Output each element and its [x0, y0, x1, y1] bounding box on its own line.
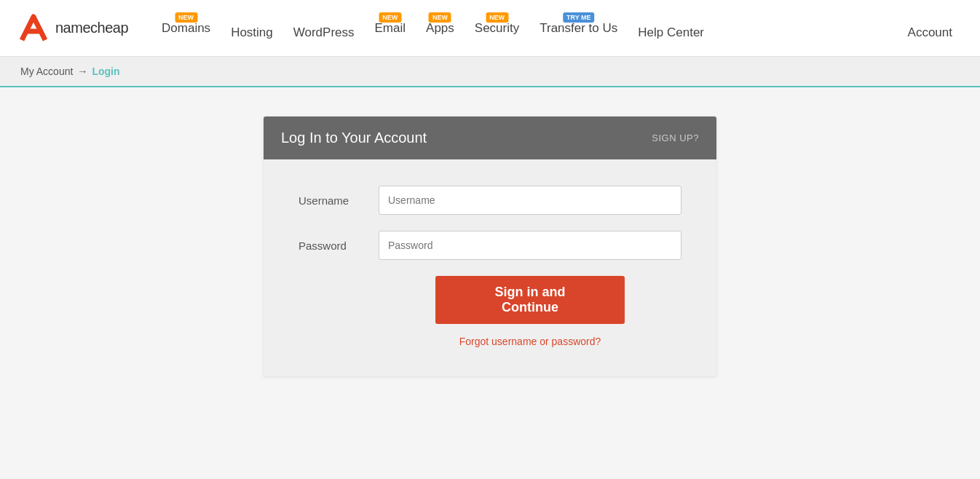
signup-link[interactable]: SIGN UP?	[652, 132, 699, 143]
nav-item-account[interactable]: Account	[898, 25, 963, 40]
username-row: Username	[299, 186, 681, 215]
nav-item-transfer[interactable]: TRY ME Transfer to Us	[529, 21, 628, 36]
breadcrumb-arrow: →	[77, 66, 87, 77]
main-nav: NEW Domains Hosting WordPress NEW Email …	[151, 17, 963, 40]
nav-item-domains-label: Domains	[162, 21, 210, 36]
nav-item-account-label: Account	[908, 25, 952, 40]
password-label: Password	[299, 239, 379, 252]
nav-item-hosting[interactable]: Hosting	[221, 25, 283, 40]
nav-item-email-label: Email	[375, 21, 406, 36]
main-content: Log In to Your Account SIGN UP? Username…	[0, 87, 980, 478]
domains-badge: NEW	[175, 12, 197, 23]
nav-item-help-label: Help Center	[638, 25, 704, 40]
nav-item-email[interactable]: NEW Email	[365, 21, 416, 36]
forgot-link[interactable]: Forgot username or password?	[459, 336, 601, 347]
nav-item-security-label: Security	[475, 21, 519, 36]
login-card-body: Username Password Sign in and Continue F…	[264, 159, 716, 376]
signin-button[interactable]: Sign in and Continue	[435, 276, 625, 324]
transfer-badge: TRY ME	[563, 12, 595, 23]
form-actions: Sign in and Continue Forgot username or …	[299, 276, 681, 347]
nav-item-hosting-label: Hosting	[231, 25, 273, 40]
password-row: Password	[299, 231, 681, 260]
apps-badge: NEW	[429, 12, 451, 23]
logo[interactable]: namecheap	[17, 12, 128, 44]
nav-item-wordpress-label: WordPress	[293, 25, 355, 40]
nav-item-wordpress[interactable]: WordPress	[283, 25, 365, 40]
nav-item-apps[interactable]: NEW Apps	[416, 21, 465, 36]
header: namecheap NEW Domains Hosting WordPress …	[0, 0, 980, 57]
nav-item-help[interactable]: Help Center	[628, 25, 714, 40]
breadcrumb: My Account → Login	[0, 57, 980, 87]
logo-text: namecheap	[55, 20, 128, 36]
login-card: Log In to Your Account SIGN UP? Username…	[264, 116, 716, 376]
password-input[interactable]	[379, 231, 681, 260]
username-label: Username	[299, 194, 379, 207]
login-card-header: Log In to Your Account SIGN UP?	[264, 116, 716, 159]
breadcrumb-my-account: My Account	[20, 66, 73, 77]
nav-item-security[interactable]: NEW Security	[465, 21, 529, 36]
nav-item-domains[interactable]: NEW Domains	[151, 21, 221, 36]
nav-item-apps-label: Apps	[426, 21, 454, 36]
breadcrumb-login[interactable]: Login	[92, 66, 119, 77]
nav-item-transfer-label: Transfer to Us	[540, 21, 617, 36]
login-card-title: Log In to Your Account	[281, 130, 427, 146]
namecheap-logo-icon	[17, 12, 50, 44]
security-badge: NEW	[486, 12, 508, 23]
email-badge: NEW	[379, 12, 401, 23]
username-input[interactable]	[379, 186, 681, 215]
